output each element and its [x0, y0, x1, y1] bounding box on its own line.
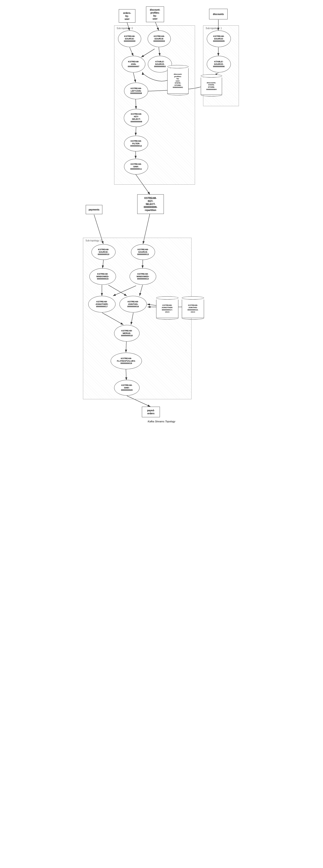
node-kstream-source-0000000005: KSTREAM- SOURCE- 0000000005 — [207, 30, 231, 47]
node-payments: payments — [86, 205, 102, 214]
node-orders-by-user: orders- by- user — [119, 9, 136, 23]
node-kstream-join-0000000007: KSTREAM- JOIN- 0000000007 — [122, 56, 145, 72]
node-kstream-key-select-0000000009: KSTREAM- KEY- SELECT- 0000000009 — [124, 109, 149, 127]
node-kstream-key-select-repartition: KSTREAM- KEY- SELECT- 0000000009- repart… — [137, 194, 164, 214]
node-discounts: discounts — [209, 9, 228, 20]
node-kstream-source-0000000000: KSTREAM- SOURCE- 0000000000 — [118, 30, 141, 47]
node-kstream-sink-0000000011: KSTREAM- SINK- 0000000011 — [124, 159, 148, 175]
node-kstream-source-0000000010: KSTREAM- SOURCE- 0000000010 — [91, 244, 116, 260]
node-kstream-jointhis-store: KSTREAM- JOINTHIS- 0000000016- store — [182, 296, 204, 320]
node-kstream-filter-0000000012: KSTREAM- FILTER- 0000000012 — [124, 136, 148, 151]
subtopology-0-label: Sub-topology: 0 — [117, 27, 133, 30]
node-discounts-state-store: discounts- STATE- STORE- 0000000004 — [201, 74, 222, 96]
node-discount-profiles-state-store: discount- profiles- by- user- STATE- STO… — [167, 65, 188, 95]
node-kstream-jointhis-0000000016: KSTREAM- JOINTHIS- 0000000016 — [119, 296, 147, 312]
node-kstream-source-0000000002: KSTREAM- SOURCE- 0000000002 — [148, 30, 171, 47]
subtopology-0: Sub-topology: 0 — [114, 25, 195, 185]
node-kstream-leftjoin-0000000008: KSTREAM- LEFTJOIN- 0000000008 — [124, 83, 148, 99]
node-discount-profiles-by-user: discount- profiles- by- user — [146, 6, 164, 22]
node-ktable-source-0000000006: KTABLE- SOURCE- 0000000006 — [207, 56, 231, 72]
node-payed-orders: payed- orders — [142, 407, 160, 417]
topology-canvas: Sub-topology: 0 Sub-topology: 1 Sub-topo… — [81, 5, 242, 859]
node-kstream-joinother-store: KSTREAM- JOINOTHER- 0000000017- store — [156, 296, 178, 320]
node-kstream-flatmapvalues-0000000019: KSTREAM- FLATMAPVALUES- 0000000019 — [111, 353, 142, 369]
node-kstream-joinother-0000000017: KSTREAM- JOINOTHER- 0000000017 — [88, 296, 116, 312]
node-kstream-windowed-0000000015: KSTREAM- WINDOWED- 0000000015 — [89, 268, 116, 285]
node-kstream-merge-0000000018: KSTREAM- MERGE- 0000000018 — [114, 325, 140, 342]
footer-label: Kafka Streams Topology — [81, 420, 242, 423]
node-kstream-windowed-0000000014: KSTREAM- WINDOWED- 0000000014 — [129, 268, 156, 285]
node-kstream-source-0000000013: KSTREAM- SOURCE- 0000000013 — [131, 244, 155, 260]
subtopology-1-label: Sub-topology: 1 — [206, 27, 222, 30]
subtopology-2-label: Sub-topology: 2 — [86, 239, 102, 242]
node-kstream-sink-0000000020: KSTREAM- SINK- 0000000020 — [114, 380, 140, 396]
